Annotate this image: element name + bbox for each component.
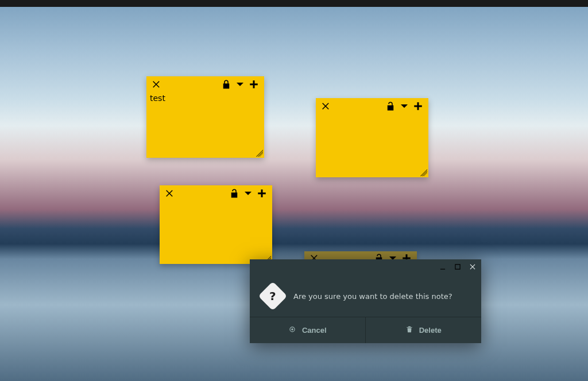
sticky-note[interactable] <box>160 185 272 264</box>
close-icon[interactable] <box>150 77 164 91</box>
unlock-icon[interactable] <box>384 99 397 113</box>
sticky-body[interactable] <box>316 114 428 177</box>
lock-icon[interactable] <box>219 77 233 91</box>
maximize-icon[interactable] <box>454 263 462 271</box>
plus-icon[interactable] <box>411 99 425 113</box>
sticky-note[interactable]: test <box>146 76 264 158</box>
delete-label: Delete <box>419 326 442 335</box>
sticky-titlebar[interactable] <box>146 76 264 92</box>
chevron-down-icon[interactable] <box>397 99 411 113</box>
dialog-button-row: Cancel Delete <box>250 317 481 343</box>
dialog-message: Are you sure you want to delete this not… <box>293 292 452 301</box>
window-close-icon[interactable] <box>469 263 477 271</box>
chevron-down-icon[interactable] <box>241 186 255 200</box>
desktop: test <box>0 0 588 381</box>
minimize-icon[interactable] <box>439 263 447 271</box>
sticky-titlebar[interactable] <box>316 98 428 114</box>
resize-grip[interactable] <box>420 169 427 176</box>
sticky-note[interactable] <box>316 98 428 177</box>
sticky-body[interactable]: test <box>146 92 264 158</box>
sticky-titlebar[interactable] <box>160 185 272 201</box>
unlock-icon[interactable] <box>227 186 241 200</box>
dialog-titlebar[interactable] <box>250 259 481 274</box>
radio-icon <box>288 325 296 335</box>
confirm-delete-dialog: ? Are you sure you want to delete this n… <box>250 259 481 343</box>
taskbar[interactable] <box>0 0 588 7</box>
close-icon[interactable] <box>163 186 177 200</box>
close-icon[interactable] <box>319 99 333 113</box>
chevron-down-icon[interactable] <box>233 77 247 91</box>
plus-icon[interactable] <box>247 77 261 91</box>
sticky-content[interactable]: test <box>150 94 165 103</box>
question-icon: ? <box>258 282 288 311</box>
sticky-body[interactable] <box>160 201 272 264</box>
plus-icon[interactable] <box>255 186 269 200</box>
cancel-label: Cancel <box>302 326 327 335</box>
delete-button[interactable]: Delete <box>366 317 482 343</box>
trash-icon <box>405 325 413 335</box>
cancel-button[interactable]: Cancel <box>250 317 366 343</box>
resize-grip[interactable] <box>256 150 263 157</box>
